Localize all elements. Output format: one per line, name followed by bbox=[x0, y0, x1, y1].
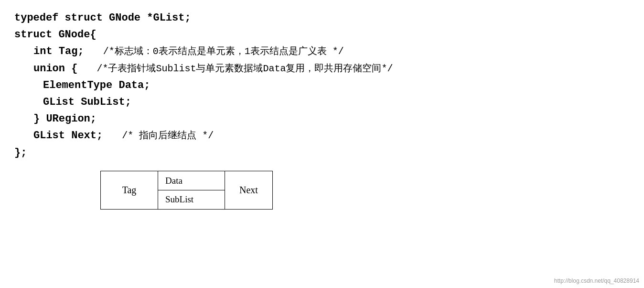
code-text-9: }; bbox=[14, 144, 27, 161]
watermark: http://blog.csdn.net/qq_40828914 bbox=[554, 277, 639, 284]
code-text-1: typedef struct GNode *GList; bbox=[14, 10, 191, 26]
code-line-9: }; bbox=[14, 144, 630, 161]
code-comment-3: /*标志域：0表示结点是单元素，1表示结点是广义表 */ bbox=[103, 44, 344, 59]
code-line-1: typedef struct GNode *GList; bbox=[14, 10, 630, 26]
code-comment-8: /* 指向后继结点 */ bbox=[122, 128, 214, 144]
code-line-2: struct GNode{ bbox=[14, 26, 630, 43]
next-cell: Next bbox=[225, 171, 273, 209]
code-block: typedef struct GNode *GList; struct GNod… bbox=[14, 10, 630, 161]
struct-table: Tag Data SubList Next bbox=[100, 171, 273, 210]
union-cell: Data SubList bbox=[158, 171, 225, 209]
content-area: typedef struct GNode *GList; struct GNod… bbox=[0, 0, 644, 221]
code-line-7: } URegion; bbox=[33, 111, 630, 127]
code-line-5: ElementType Data; bbox=[43, 77, 630, 94]
code-text-6: GList SubList; bbox=[43, 94, 131, 111]
tag-cell: Tag bbox=[101, 171, 158, 209]
code-text-3: int Tag; bbox=[33, 43, 84, 60]
code-line-6: GList SubList; bbox=[43, 94, 630, 111]
table-row: Tag Data SubList Next bbox=[101, 171, 273, 209]
diagram-area: Tag Data SubList Next bbox=[100, 171, 630, 211]
code-line-3: int Tag; /*标志域：0表示结点是单元素，1表示结点是广义表 */ bbox=[33, 43, 630, 60]
code-text-4: union { bbox=[33, 60, 77, 77]
code-line-8: GList Next; /* 指向后继结点 */ bbox=[33, 127, 630, 144]
code-text-7: } URegion; bbox=[33, 111, 97, 127]
code-text-8: GList Next; bbox=[33, 127, 103, 144]
code-text-5: ElementType Data; bbox=[43, 77, 150, 94]
code-line-4: union { /*子表指针域Sublist与单元素数据域Data复用，即共用存… bbox=[33, 60, 630, 77]
code-text-2: struct GNode{ bbox=[14, 26, 97, 43]
sublist-cell: SubList bbox=[158, 190, 225, 209]
data-cell: Data bbox=[158, 172, 225, 190]
union-inner: Data SubList bbox=[158, 172, 225, 209]
code-comment-4: /*子表指针域Sublist与单元素数据域Data复用，即共用存储空间*/ bbox=[97, 61, 393, 77]
